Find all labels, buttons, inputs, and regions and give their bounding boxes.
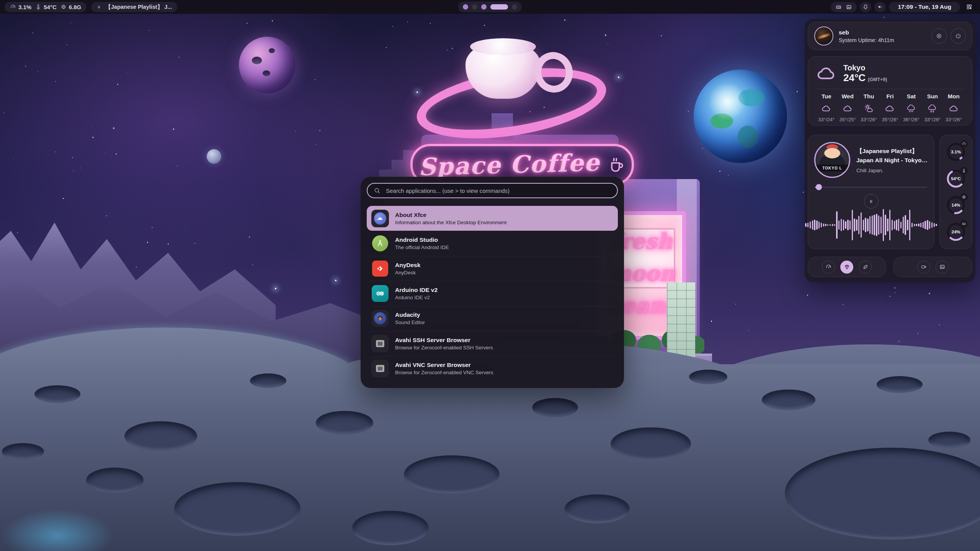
system-stats-pill[interactable]: 3.1%54°C6.8G (5, 2, 87, 12)
app-list-item-android-studio[interactable]: Android Studio The official Android IDE (367, 231, 618, 256)
crater (928, 432, 970, 448)
earth-planet (694, 70, 787, 163)
suncloud-icon (864, 103, 874, 114)
network-app-icon (371, 335, 389, 352)
workspace-dot-1-occupied[interactable] (463, 4, 468, 10)
forecast-temps: 33°/24° (816, 117, 837, 122)
now-playing-pill[interactable]: 【Japanese Playlist】 J... (91, 2, 177, 12)
search-icon (374, 187, 381, 194)
forecast-day-thu: Thu 33°/26° (858, 93, 879, 122)
app-description: The official Android IDE (395, 245, 449, 250)
crater (34, 385, 80, 403)
app-name: About Xfce (395, 212, 506, 218)
app-list-item-arduino-ide-v2[interactable]: Arduino IDE v2 Arduino IDE v2 (367, 281, 618, 306)
forecast-temps: 35°/26° (879, 117, 900, 122)
crater (316, 411, 373, 435)
cloud-icon (843, 103, 853, 114)
app-list-item-audacity[interactable]: Audacity Sound Editor (367, 306, 618, 331)
network-app-icon (371, 360, 389, 377)
stat-chip: 6.8G (60, 4, 82, 10)
workspace-dot-5-empty[interactable] (512, 4, 517, 10)
power-button[interactable] (951, 28, 966, 44)
launcher-search[interactable] (367, 183, 618, 198)
forecast-temps: 33°/26° (922, 117, 943, 122)
forecast-temps: 33°/26° (943, 117, 964, 122)
gauge-disk: 24% (946, 222, 966, 242)
progress-handle[interactable] (816, 184, 822, 190)
crater (689, 370, 727, 384)
top-bar-right: 17:09 - Tue, 19 Aug (831, 2, 975, 12)
forecast-day-label: Wed (837, 93, 858, 99)
pause-button[interactable] (864, 194, 879, 209)
arduino-app-icon (371, 285, 389, 302)
control-panel: seb System Uptime: 4h11m Tokyo 24°C(GMT+… (805, 19, 975, 282)
crater (611, 427, 691, 460)
crater (404, 455, 500, 494)
neon-sign-text: Space Coffee (418, 148, 600, 181)
keyboard-icon[interactable] (835, 4, 842, 10)
app-list-item-avahi-vnc-server-browser[interactable]: Avahi VNC Server Browser Browse for Zero… (367, 356, 618, 381)
app-list: About Xfce Information about the Xfce De… (367, 206, 618, 381)
quick-toggle-video[interactable] (917, 261, 930, 274)
weather-card: Tokyo 24°C(GMT+9) Tue 33°/24°Wed 35°/25°… (808, 56, 972, 126)
purple-planet (239, 37, 296, 93)
quick-toggle-speedometer[interactable] (822, 261, 835, 274)
app-description: Sound Editor (395, 320, 425, 325)
stat-value: 3.1% (18, 4, 31, 10)
storm-icon (927, 103, 938, 114)
forecast-temps: 36°/26° (901, 117, 922, 122)
top-bar-left: 3.1%54°C6.8G 【Japanese Playlist】 J... (5, 2, 177, 12)
workspace-dot-4-active[interactable] (490, 4, 508, 10)
media-progress-bar[interactable] (814, 184, 928, 190)
forecast-day-sun: Sun 33°/26° (922, 93, 943, 122)
forecast-day-label: Fri (879, 93, 900, 99)
forecast-temps: 35°/25° (837, 117, 858, 122)
app-list-item-avahi-ssh-server-browser[interactable]: Avahi SSH Server Browser Browse for Zero… (367, 331, 618, 356)
scales-icon (844, 264, 850, 270)
speedometer-icon (825, 264, 832, 270)
crater (86, 468, 144, 493)
weather-city: Tokyo (843, 64, 887, 72)
workspace-indicator (458, 2, 522, 12)
quick-toggle-scales[interactable] (840, 261, 853, 274)
crater (877, 376, 923, 393)
chip-icon (60, 4, 67, 10)
small-moon (207, 149, 221, 164)
leaf-icon (862, 264, 869, 270)
power-icon (955, 33, 962, 39)
image-icon[interactable] (846, 4, 852, 10)
workspace-dot-3-occupied[interactable] (481, 4, 487, 10)
gauge-speedometer: 3.1% (946, 142, 966, 162)
gauge-chip: 14% (946, 195, 966, 215)
audacity-app-icon (371, 310, 389, 327)
settings-button[interactable] (931, 28, 947, 44)
media-title: 【Japanese Playlist】 Japan All Night - To… (856, 147, 934, 165)
quick-toggle-leaf[interactable] (859, 261, 872, 274)
notifications-button[interactable] (860, 2, 871, 12)
quick-toggle-image[interactable] (936, 261, 949, 274)
stat-value: 54°C (44, 4, 57, 10)
app-name: Arduino IDE v2 (395, 287, 438, 293)
volume-button[interactable] (874, 2, 886, 12)
clock-label: 17:09 - Tue, 19 Aug (892, 3, 957, 10)
cloud-icon (816, 63, 837, 84)
stat-value: 6.8G (69, 4, 82, 10)
system-tray[interactable] (831, 2, 857, 12)
overview-button[interactable] (963, 2, 975, 12)
system-gauges: 3.1% 54°C 14% 24% (939, 135, 972, 249)
search-icon (374, 187, 381, 194)
app-description: AnyDesk (395, 270, 420, 276)
app-list-item-about-xfce[interactable]: About Xfce Information about the Xfce De… (367, 206, 618, 231)
search-input[interactable] (385, 187, 611, 194)
forecast-day-mon: Mon 33°/26° (943, 93, 964, 122)
thermometer-icon (962, 168, 966, 173)
forecast-day-label: Mon (943, 93, 964, 99)
app-list-item-anydesk[interactable]: AnyDesk AnyDesk (367, 256, 618, 281)
weather-forecast: Tue 33°/24°Wed 35°/25°Thu 33°/26°Fri 35°… (816, 93, 964, 122)
app-name: Avahi VNC Server Browser (395, 362, 493, 368)
workspace-dot-2-empty[interactable] (472, 4, 477, 10)
disk-icon (962, 222, 966, 226)
video-icon (921, 264, 927, 270)
pause-icon (96, 5, 101, 10)
clock-pill[interactable]: 17:09 - Tue, 19 Aug (889, 2, 960, 12)
